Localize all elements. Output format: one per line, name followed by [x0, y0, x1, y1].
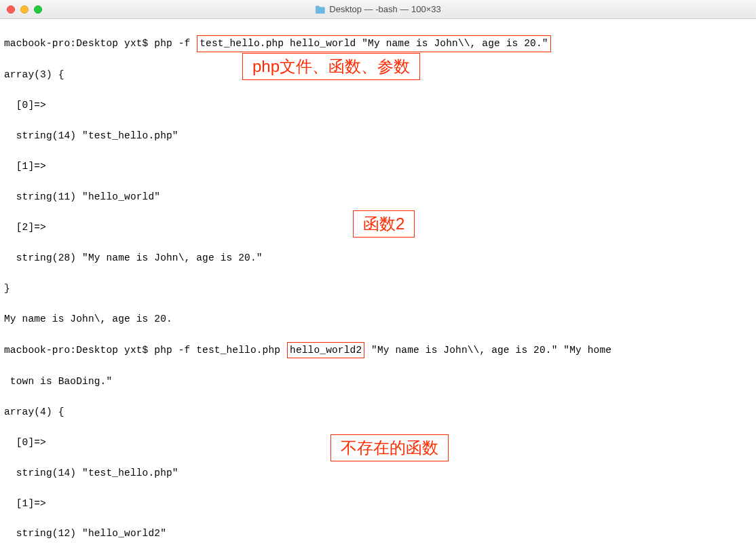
terminal-line: [1]=> [4, 159, 752, 174]
annotation-label-2: 函数2 [353, 210, 415, 238]
window-title: Desktop — -bash — 100×33 [315, 4, 440, 14]
terminal-line: string(28) "My name is John\, age is 20.… [4, 250, 752, 265]
minimize-button[interactable] [20, 5, 29, 14]
terminal-line: string(12) "hello_world2" [4, 526, 752, 541]
annotation-label-3: 不存在的函数 [330, 434, 449, 461]
terminal-line: string(11) "hello_world" [4, 189, 752, 204]
terminal-line: macbook-pro:Desktop yxt$ php -f test_hel… [4, 342, 752, 358]
terminal-area[interactable]: macbook-pro:Desktop yxt$ php -f test_hel… [0, 19, 756, 549]
terminal-line: } [4, 281, 752, 296]
terminal-line: My name is John\, age is 20. [4, 311, 752, 326]
window-title-text: Desktop — -bash — 100×33 [329, 4, 440, 14]
terminal-line: town is BaoDing." [4, 374, 752, 389]
terminal-line: string(14) "test_hello.php" [4, 466, 752, 480]
folder-icon [315, 5, 325, 14]
terminal-line: array(4) { [4, 404, 752, 419]
highlight-box-cmd2: hello_world2 [287, 342, 364, 358]
terminal-line: string(14) "test_hello.php" [4, 128, 752, 143]
close-button[interactable] [7, 5, 15, 14]
terminal-line: [0]=> [4, 98, 752, 113]
terminal-line: [1]=> [4, 496, 752, 511]
annotation-label-1: php文件、函数、参数 [242, 53, 420, 80]
traffic-lights [7, 5, 42, 14]
highlight-box-cmd1: test_hello.php hello_world "My name is J… [197, 35, 550, 52]
maximize-button[interactable] [34, 5, 42, 14]
window-titlebar: Desktop — -bash — 100×33 [0, 0, 756, 19]
terminal-line: macbook-pro:Desktop yxt$ php -f test_hel… [4, 35, 752, 52]
